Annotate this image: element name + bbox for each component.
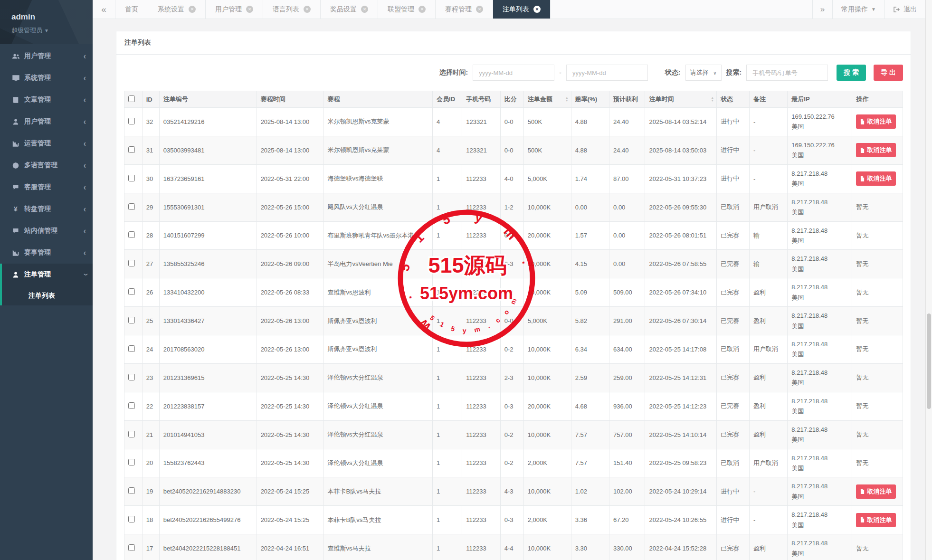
row-checkbox[interactable] [128, 487, 135, 494]
tab-close-icon[interactable]: × [361, 6, 368, 13]
tab-赛程管理[interactable]: 赛程管理× [436, 0, 493, 19]
row-checkbox[interactable] [128, 175, 135, 181]
search-button[interactable]: 搜 索 [837, 65, 866, 81]
ip-location: 美国 [791, 207, 848, 217]
sidebar-item-客服管理[interactable]: 客服管理‹ [0, 176, 93, 198]
sidebar-item-站内信管理[interactable]: 站内信管理‹ [0, 220, 93, 242]
row-checkbox[interactable] [128, 317, 135, 323]
cell-ip: 169.150.222.76美国 [788, 108, 852, 136]
tab-注单列表[interactable]: 注单列表× [493, 0, 551, 19]
cell-action: 暂无 [852, 250, 903, 278]
tab-close-icon[interactable]: × [304, 6, 311, 13]
cell-phone: 112233 [462, 534, 500, 560]
tab-奖品设置[interactable]: 奖品设置× [321, 0, 378, 19]
row-checkbox[interactable] [128, 203, 135, 210]
cell-order_no: bet24042022215228188451 [159, 534, 257, 560]
tab-close-icon[interactable]: × [476, 6, 483, 13]
ip-address: 8.217.218.48 [791, 226, 848, 236]
logout-button[interactable]: 退出 [884, 0, 925, 19]
cell-remark: 盈利 [750, 278, 788, 307]
sort-icon[interactable]: ▲▼ [711, 96, 714, 102]
tab-语言列表[interactable]: 语言列表× [263, 0, 321, 19]
sort-icon[interactable]: ▲▼ [565, 96, 569, 102]
date-to-input[interactable] [566, 65, 648, 81]
row-checkbox[interactable] [128, 459, 135, 465]
collapse-sidebar-button[interactable]: « [93, 0, 115, 19]
cell-odds: 6.34 [571, 335, 609, 364]
row-checkbox[interactable] [128, 146, 135, 153]
cell-expected_profit: 0.00 [609, 221, 645, 250]
sidebar-item-多语言管理[interactable]: 多语言管理‹ [0, 154, 93, 176]
sidebar-subitem-注单列表[interactable]: 注单列表 [0, 285, 93, 305]
row-checkbox[interactable] [128, 374, 135, 380]
tab-用户管理[interactable]: 用户管理× [206, 0, 263, 19]
cell-amount: 20,000K [523, 392, 571, 420]
expand-tabs-button[interactable]: » [812, 0, 832, 19]
chevron-icon: ‹ [84, 139, 86, 148]
sidebar-item-系统管理[interactable]: 系统管理‹ [0, 67, 93, 89]
status-select[interactable]: 请选择 ∨ [685, 65, 722, 81]
sidebar-item-label: 用户管理 [24, 117, 51, 126]
cancel-order-button[interactable]: 取消注单 [856, 143, 896, 157]
tab-联盟管理[interactable]: 联盟管理× [378, 0, 436, 19]
cell-expected_profit: 151.40 [609, 449, 645, 477]
select-all-checkbox[interactable] [128, 95, 135, 102]
ip-address: 8.217.218.48 [791, 510, 848, 520]
cancel-order-button[interactable]: 取消注单 [856, 171, 896, 186]
date-from-input[interactable] [473, 65, 554, 81]
tab-首页[interactable]: 首页 [115, 0, 148, 19]
cell-ip: 8.217.218.48美国 [788, 193, 852, 221]
row-checkbox[interactable] [128, 516, 135, 522]
cell-match: 米尔顿凯恩斯vs克莱蒙 [323, 108, 432, 136]
column-header-预计获利: 预计获利 [609, 91, 645, 108]
cancel-order-button[interactable]: 取消注单 [856, 484, 896, 499]
cell-order_no: bet24052022162914883230 [159, 477, 257, 506]
sidebar-item-用户管理[interactable]: 用户管理‹ [0, 45, 93, 67]
cancel-order-button[interactable]: 取消注单 [856, 114, 896, 129]
sidebar-item-运营管理[interactable]: 运营管理‹ [0, 133, 93, 154]
order-list-panel: 注单列表 选择时间: - 状态: 请选择 ∨ 搜索: 搜 索 导 出 ID注单编… [116, 31, 911, 560]
tab-close-icon[interactable]: × [189, 6, 196, 13]
tab-close-icon[interactable]: × [533, 6, 541, 13]
tab-close-icon[interactable]: × [418, 6, 426, 13]
vertical-scrollbar[interactable] [925, 0, 932, 560]
ip-location: 美国 [791, 264, 848, 274]
row-checkbox[interactable] [128, 288, 135, 295]
row-checkbox[interactable] [128, 544, 135, 551]
cell-score: 4-3 [500, 477, 523, 506]
row-checkbox[interactable] [128, 345, 135, 352]
common-operations-dropdown[interactable]: 常用操作▼ [832, 0, 884, 19]
sidebar-item-注单管理[interactable]: 注单管理‹ [0, 264, 93, 285]
cell-expected_profit: 67.20 [609, 506, 645, 534]
cancel-order-button[interactable]: 取消注单 [856, 513, 896, 527]
role-dropdown[interactable]: 超级管理员▼ [11, 26, 81, 35]
row-checkbox[interactable] [128, 260, 135, 266]
ip-address: 8.217.218.48 [791, 169, 848, 179]
scrollbar-thumb[interactable] [927, 313, 931, 408]
export-button[interactable]: 导 出 [874, 65, 903, 81]
sidebar-item-转盘管理[interactable]: ¥转盘管理‹ [0, 198, 93, 220]
row-checkbox[interactable] [128, 231, 135, 238]
cell-order_time: 2022-05-25 14:12:31 [645, 363, 717, 392]
cell-odds: 2.59 [571, 363, 609, 392]
row-checkbox[interactable] [128, 402, 135, 409]
cell-status: 已完赛 [717, 534, 750, 560]
cell-ip: 8.217.218.48美国 [788, 506, 852, 534]
sidebar-item-赛事管理[interactable]: 赛事管理‹ [0, 242, 93, 264]
sidebar-item-文章管理[interactable]: 文章管理‹ [0, 89, 93, 111]
sidebar-item-用户管理[interactable]: 用户管理‹ [0, 111, 93, 133]
search-input[interactable] [746, 65, 828, 81]
cell-score: 0-3 [500, 250, 523, 278]
tab-close-icon[interactable]: × [246, 6, 253, 13]
cell-order_time: 2022-05-25 14:10:14 [645, 420, 717, 449]
cell-score: 2-3 [500, 363, 523, 392]
tab-系统设置[interactable]: 系统设置× [148, 0, 206, 19]
table-header-row: ID注单编号赛程时间赛程会员ID手机号码比分注单金额▲▼赔率(%)预计获利注单时… [124, 91, 903, 108]
cell-order_no: 163723659161 [159, 164, 257, 193]
cell-remark: 盈利 [750, 307, 788, 335]
chevron-icon: ‹ [84, 204, 86, 213]
row-checkbox[interactable] [128, 118, 135, 124]
cell-ip: 8.217.218.48美国 [788, 420, 852, 449]
cell-id: 30 [142, 164, 159, 193]
row-checkbox[interactable] [128, 431, 135, 437]
